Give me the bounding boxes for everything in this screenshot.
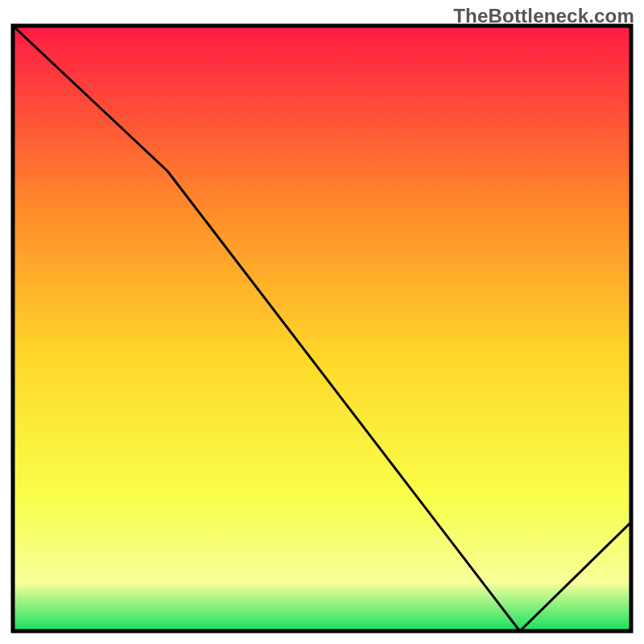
watermark-label: TheBottleneck.com bbox=[453, 5, 634, 27]
plot-background bbox=[13, 26, 631, 631]
bottleneck-chart bbox=[0, 0, 644, 644]
